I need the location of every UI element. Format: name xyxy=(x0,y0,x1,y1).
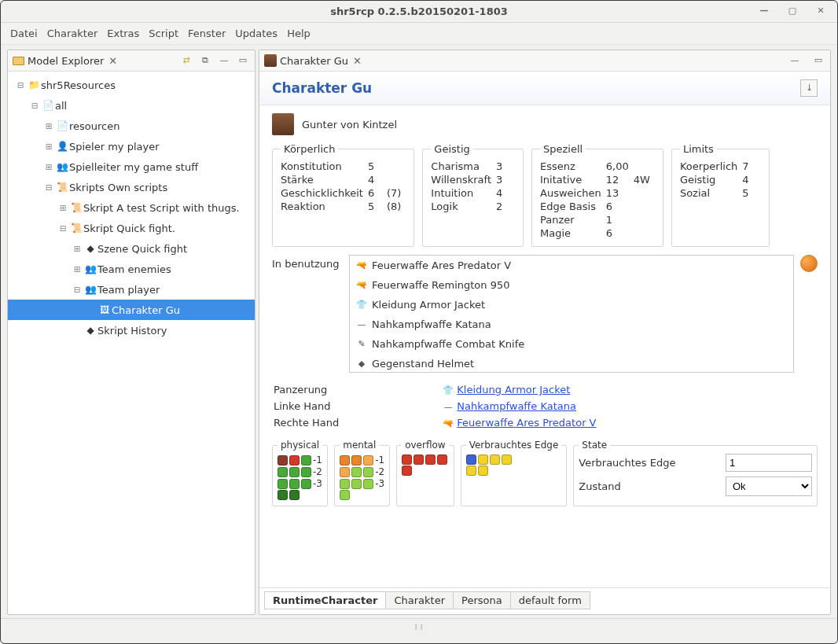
tree-expander-icon[interactable]: ⊞ xyxy=(42,163,55,171)
in-use-list[interactable]: 🔫Feuerwaffe Ares Predator V🔫Feuerwaffe R… xyxy=(349,255,794,373)
menu-fenster[interactable]: Fenster xyxy=(188,28,226,39)
inuse-item[interactable]: 🔫Feuerwaffe Remington 950 xyxy=(350,275,793,295)
tree-expander-icon[interactable]: ⊞ xyxy=(71,245,83,253)
tree-expander-icon[interactable]: ⊟ xyxy=(57,224,69,233)
inuse-item-label: Nahkampfwaffe Combat Knife xyxy=(372,338,524,350)
window-close-icon[interactable]: ✕ xyxy=(814,4,828,18)
tree-item[interactable]: ⊞📄resourcen xyxy=(8,116,255,136)
tree-item[interactable]: ⊞👤Spieler my player xyxy=(8,136,255,156)
stat-cell: Edge Basis xyxy=(540,200,606,213)
export-icon[interactable]: ⤓ xyxy=(800,79,818,97)
tab-charakter[interactable]: Charakter xyxy=(385,591,454,609)
inuse-item[interactable]: ◆Gegenstand Helmet xyxy=(350,354,793,373)
state-edge-input[interactable] xyxy=(726,454,812,472)
stat-cell: 12 xyxy=(606,173,634,186)
state-edge-label: Verbrauchtes Edge xyxy=(579,457,718,469)
diamond-icon: ◆ xyxy=(83,325,97,336)
window-titlebar: shr5rcp 0.2.5.b20150201-1803 — ▢ ✕ xyxy=(1,1,837,23)
inuse-item[interactable]: ✎Nahkampfwaffe Combat Knife xyxy=(350,334,793,354)
stat-cell: (8) xyxy=(387,200,406,213)
stat-cell: Initative xyxy=(540,173,606,186)
stat-cell: Panzer xyxy=(540,213,606,226)
stat-cell: 13 xyxy=(606,186,634,200)
inuse-item[interactable]: 👕Kleidung Armor Jacket xyxy=(350,295,793,315)
stat-cell xyxy=(634,186,655,200)
stat-cell: 3 xyxy=(496,173,515,186)
menu-charakter[interactable]: Charakter xyxy=(47,28,98,39)
tree-expander-icon[interactable]: ⊟ xyxy=(71,285,83,294)
tab-default-form[interactable]: default form xyxy=(510,591,590,609)
tree-item[interactable]: ⊟📜Skript Quick fight. xyxy=(8,218,255,238)
tree-expander-icon[interactable]: ⊟ xyxy=(14,81,27,90)
editor-panel: Charakter Gu ✕ — ▭ Charakter Gu ⤓ Gunter… xyxy=(259,50,831,615)
tree-expander-icon[interactable]: ⊟ xyxy=(28,101,41,110)
stat-cell: Willenskraft xyxy=(431,173,496,186)
stat-cell: 5 xyxy=(368,160,387,173)
panzerung-link[interactable]: Kleidung Armor Jacket xyxy=(457,384,570,396)
character-name: Gunter von Kintzel xyxy=(302,119,397,131)
window-maximize-icon[interactable]: ▢ xyxy=(785,4,799,18)
editor-maximize-icon[interactable]: ▭ xyxy=(811,53,825,68)
stat-cell: Reaktion xyxy=(281,200,368,213)
rechte-hand-link[interactable]: Feuerwaffe Ares Predator V xyxy=(457,417,596,429)
explorer-title: Model Explorer xyxy=(28,55,104,67)
gun-icon: 🔫 xyxy=(356,260,367,270)
menu-script[interactable]: Script xyxy=(149,28,178,39)
tree-expander-icon[interactable]: ⊞ xyxy=(42,142,55,151)
physical-monitor: physical -1 -2 -3 xyxy=(272,440,328,506)
tree-item[interactable]: ⊟📁shr5Resources xyxy=(8,75,255,95)
explorer-minimize-icon[interactable]: — xyxy=(217,53,231,68)
explorer-restore-icon[interactable]: ▭ xyxy=(236,53,250,68)
linke-hand-link[interactable]: Nahkampfwaffe Katana xyxy=(457,400,576,412)
editor-tab-title[interactable]: Charakter Gu xyxy=(280,55,348,67)
tree-item[interactable]: ⊞👥Team enemies xyxy=(8,259,255,279)
explorer-close-icon[interactable]: ✕ xyxy=(108,55,117,67)
inuse-item[interactable]: —Nahkampfwaffe Katana xyxy=(350,315,793,334)
tree-item-label: Charakter Gu xyxy=(112,304,180,316)
tree-item[interactable]: ⊟📄all xyxy=(8,95,255,116)
team-icon: 👥 xyxy=(83,284,97,295)
stat-cell: 6 xyxy=(606,200,634,213)
tree-expander-icon[interactable]: ⊞ xyxy=(71,265,83,274)
tree-expander-icon[interactable]: ⊞ xyxy=(57,204,69,212)
tab-persona[interactable]: Persona xyxy=(453,591,511,609)
physical-legend: physical xyxy=(277,440,322,451)
tree-item[interactable]: ⊞👥Spielleiter my game stuff xyxy=(8,156,255,177)
explorer-link-icon[interactable]: ⧉ xyxy=(198,53,212,68)
menu-help[interactable]: Help xyxy=(287,28,311,39)
explorer-sync-icon[interactable]: ⇄ xyxy=(179,53,193,68)
state-zustand-select[interactable]: Ok xyxy=(726,477,812,496)
speziell-legend: Speziell xyxy=(540,143,586,155)
menu-extras[interactable]: Extras xyxy=(107,28,139,39)
model-explorer-panel: Model Explorer ✕ ⇄ ⧉ — ▭ ⊟📁shr5Resources… xyxy=(7,50,255,615)
tree-item[interactable]: ⊟👥Team player xyxy=(8,279,255,300)
stat-cell: 4 xyxy=(742,173,761,186)
tree-item[interactable]: ⊞📜Skript A test Script with thugs. xyxy=(8,197,255,218)
menu-updates[interactable]: Updates xyxy=(235,28,277,39)
tree-item-label: Team player xyxy=(97,284,160,296)
inuse-action-button[interactable] xyxy=(800,255,818,272)
tree-item[interactable]: ◆Skript History xyxy=(8,320,255,340)
tree-item[interactable]: 🖼Charakter Gu xyxy=(8,300,255,320)
script-icon: 📜 xyxy=(55,182,69,193)
tree-expander-icon[interactable]: ⊞ xyxy=(42,122,55,131)
team-icon: 👥 xyxy=(83,263,97,274)
tree-item[interactable]: ⊟📜Skripts Own scripts xyxy=(8,177,255,197)
in-use-label: In benutzung xyxy=(272,255,343,270)
inuse-item[interactable]: 🔫Feuerwaffe Ares Predator V xyxy=(350,256,793,275)
editor-tab-close-icon[interactable]: ✕ xyxy=(353,55,362,67)
sword-icon: — xyxy=(356,319,367,329)
tab-runtimecharacter[interactable]: RuntimeCharacter xyxy=(264,591,386,609)
inuse-item-label: Kleidung Armor Jacket xyxy=(372,299,485,311)
stat-cell: Koerperlich xyxy=(680,160,742,173)
geistig-legend: Geistig xyxy=(431,143,472,155)
tree-item[interactable]: ⊞◆Szene Quick fight xyxy=(8,238,255,259)
tree-expander-icon[interactable]: ⊟ xyxy=(42,183,55,192)
editor-minimize-icon[interactable]: — xyxy=(788,53,802,68)
inuse-item-label: Nahkampfwaffe Katana xyxy=(372,318,491,330)
shirt-icon: 👕 xyxy=(443,385,454,396)
speziell-stats: SpeziellEssenz6,00Initative124WAusweiche… xyxy=(531,143,663,247)
sword-icon: — xyxy=(443,402,454,412)
menu-datei[interactable]: Datei xyxy=(10,28,38,39)
window-minimize-icon[interactable]: — xyxy=(757,4,771,18)
